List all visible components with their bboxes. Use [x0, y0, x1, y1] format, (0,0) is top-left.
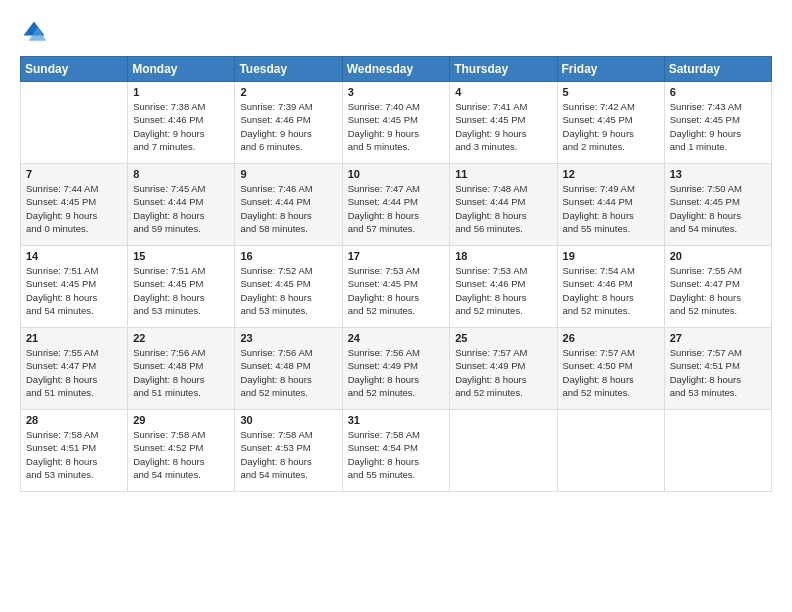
day-info: Sunrise: 7:43 AM Sunset: 4:45 PM Dayligh…	[670, 101, 742, 152]
day-info: Sunrise: 7:58 AM Sunset: 4:52 PM Dayligh…	[133, 429, 205, 480]
calendar-cell: 26Sunrise: 7:57 AM Sunset: 4:50 PM Dayli…	[557, 328, 664, 410]
day-number: 15	[133, 250, 229, 262]
calendar-cell: 29Sunrise: 7:58 AM Sunset: 4:52 PM Dayli…	[128, 410, 235, 492]
day-number: 25	[455, 332, 551, 344]
day-info: Sunrise: 7:58 AM Sunset: 4:54 PM Dayligh…	[348, 429, 420, 480]
day-info: Sunrise: 7:47 AM Sunset: 4:44 PM Dayligh…	[348, 183, 420, 234]
day-info: Sunrise: 7:57 AM Sunset: 4:51 PM Dayligh…	[670, 347, 742, 398]
calendar-cell: 21Sunrise: 7:55 AM Sunset: 4:47 PM Dayli…	[21, 328, 128, 410]
day-info: Sunrise: 7:50 AM Sunset: 4:45 PM Dayligh…	[670, 183, 742, 234]
logo	[20, 18, 52, 46]
day-number: 28	[26, 414, 122, 426]
day-number: 26	[563, 332, 659, 344]
calendar-cell: 19Sunrise: 7:54 AM Sunset: 4:46 PM Dayli…	[557, 246, 664, 328]
weekday-header-tuesday: Tuesday	[235, 57, 342, 82]
calendar-cell: 20Sunrise: 7:55 AM Sunset: 4:47 PM Dayli…	[664, 246, 771, 328]
calendar-cell	[450, 410, 557, 492]
day-number: 6	[670, 86, 766, 98]
day-info: Sunrise: 7:54 AM Sunset: 4:46 PM Dayligh…	[563, 265, 635, 316]
day-number: 23	[240, 332, 336, 344]
calendar-cell: 22Sunrise: 7:56 AM Sunset: 4:48 PM Dayli…	[128, 328, 235, 410]
calendar-cell	[664, 410, 771, 492]
day-number: 9	[240, 168, 336, 180]
day-number: 30	[240, 414, 336, 426]
day-info: Sunrise: 7:52 AM Sunset: 4:45 PM Dayligh…	[240, 265, 312, 316]
day-number: 11	[455, 168, 551, 180]
day-info: Sunrise: 7:48 AM Sunset: 4:44 PM Dayligh…	[455, 183, 527, 234]
day-number: 12	[563, 168, 659, 180]
day-info: Sunrise: 7:45 AM Sunset: 4:44 PM Dayligh…	[133, 183, 205, 234]
calendar-cell: 10Sunrise: 7:47 AM Sunset: 4:44 PM Dayli…	[342, 164, 450, 246]
day-number: 24	[348, 332, 445, 344]
day-number: 8	[133, 168, 229, 180]
calendar-cell: 13Sunrise: 7:50 AM Sunset: 4:45 PM Dayli…	[664, 164, 771, 246]
day-info: Sunrise: 7:56 AM Sunset: 4:49 PM Dayligh…	[348, 347, 420, 398]
day-info: Sunrise: 7:53 AM Sunset: 4:46 PM Dayligh…	[455, 265, 527, 316]
day-number: 16	[240, 250, 336, 262]
day-info: Sunrise: 7:58 AM Sunset: 4:51 PM Dayligh…	[26, 429, 98, 480]
calendar-cell: 27Sunrise: 7:57 AM Sunset: 4:51 PM Dayli…	[664, 328, 771, 410]
day-number: 17	[348, 250, 445, 262]
calendar-cell: 17Sunrise: 7:53 AM Sunset: 4:45 PM Dayli…	[342, 246, 450, 328]
calendar-cell	[21, 82, 128, 164]
day-info: Sunrise: 7:51 AM Sunset: 4:45 PM Dayligh…	[26, 265, 98, 316]
day-info: Sunrise: 7:41 AM Sunset: 4:45 PM Dayligh…	[455, 101, 527, 152]
calendar-cell: 5Sunrise: 7:42 AM Sunset: 4:45 PM Daylig…	[557, 82, 664, 164]
calendar-cell: 23Sunrise: 7:56 AM Sunset: 4:48 PM Dayli…	[235, 328, 342, 410]
calendar-cell: 16Sunrise: 7:52 AM Sunset: 4:45 PM Dayli…	[235, 246, 342, 328]
day-info: Sunrise: 7:39 AM Sunset: 4:46 PM Dayligh…	[240, 101, 312, 152]
calendar-cell: 2Sunrise: 7:39 AM Sunset: 4:46 PM Daylig…	[235, 82, 342, 164]
day-info: Sunrise: 7:55 AM Sunset: 4:47 PM Dayligh…	[670, 265, 742, 316]
calendar-week-1: 1Sunrise: 7:38 AM Sunset: 4:46 PM Daylig…	[21, 82, 772, 164]
calendar-cell: 24Sunrise: 7:56 AM Sunset: 4:49 PM Dayli…	[342, 328, 450, 410]
weekday-header-saturday: Saturday	[664, 57, 771, 82]
calendar-cell: 7Sunrise: 7:44 AM Sunset: 4:45 PM Daylig…	[21, 164, 128, 246]
calendar-cell: 28Sunrise: 7:58 AM Sunset: 4:51 PM Dayli…	[21, 410, 128, 492]
day-number: 18	[455, 250, 551, 262]
day-number: 3	[348, 86, 445, 98]
day-number: 20	[670, 250, 766, 262]
day-info: Sunrise: 7:53 AM Sunset: 4:45 PM Dayligh…	[348, 265, 420, 316]
day-info: Sunrise: 7:58 AM Sunset: 4:53 PM Dayligh…	[240, 429, 312, 480]
day-number: 31	[348, 414, 445, 426]
day-number: 22	[133, 332, 229, 344]
day-info: Sunrise: 7:49 AM Sunset: 4:44 PM Dayligh…	[563, 183, 635, 234]
calendar-cell: 18Sunrise: 7:53 AM Sunset: 4:46 PM Dayli…	[450, 246, 557, 328]
day-number: 7	[26, 168, 122, 180]
day-number: 29	[133, 414, 229, 426]
day-info: Sunrise: 7:51 AM Sunset: 4:45 PM Dayligh…	[133, 265, 205, 316]
calendar-week-2: 7Sunrise: 7:44 AM Sunset: 4:45 PM Daylig…	[21, 164, 772, 246]
day-info: Sunrise: 7:57 AM Sunset: 4:50 PM Dayligh…	[563, 347, 635, 398]
calendar-week-4: 21Sunrise: 7:55 AM Sunset: 4:47 PM Dayli…	[21, 328, 772, 410]
calendar-week-5: 28Sunrise: 7:58 AM Sunset: 4:51 PM Dayli…	[21, 410, 772, 492]
calendar-cell: 11Sunrise: 7:48 AM Sunset: 4:44 PM Dayli…	[450, 164, 557, 246]
header	[20, 18, 772, 46]
calendar-cell: 14Sunrise: 7:51 AM Sunset: 4:45 PM Dayli…	[21, 246, 128, 328]
day-info: Sunrise: 7:55 AM Sunset: 4:47 PM Dayligh…	[26, 347, 98, 398]
calendar-cell: 9Sunrise: 7:46 AM Sunset: 4:44 PM Daylig…	[235, 164, 342, 246]
weekday-header-wednesday: Wednesday	[342, 57, 450, 82]
calendar-cell: 25Sunrise: 7:57 AM Sunset: 4:49 PM Dayli…	[450, 328, 557, 410]
day-number: 13	[670, 168, 766, 180]
day-number: 4	[455, 86, 551, 98]
calendar-cell: 8Sunrise: 7:45 AM Sunset: 4:44 PM Daylig…	[128, 164, 235, 246]
logo-icon	[20, 18, 48, 46]
calendar-table: SundayMondayTuesdayWednesdayThursdayFrid…	[20, 56, 772, 492]
calendar-cell: 15Sunrise: 7:51 AM Sunset: 4:45 PM Dayli…	[128, 246, 235, 328]
day-number: 5	[563, 86, 659, 98]
calendar-week-3: 14Sunrise: 7:51 AM Sunset: 4:45 PM Dayli…	[21, 246, 772, 328]
day-number: 19	[563, 250, 659, 262]
calendar-cell: 3Sunrise: 7:40 AM Sunset: 4:45 PM Daylig…	[342, 82, 450, 164]
calendar-cell: 4Sunrise: 7:41 AM Sunset: 4:45 PM Daylig…	[450, 82, 557, 164]
day-info: Sunrise: 7:56 AM Sunset: 4:48 PM Dayligh…	[133, 347, 205, 398]
weekday-header-monday: Monday	[128, 57, 235, 82]
weekday-header-row: SundayMondayTuesdayWednesdayThursdayFrid…	[21, 57, 772, 82]
calendar-cell: 1Sunrise: 7:38 AM Sunset: 4:46 PM Daylig…	[128, 82, 235, 164]
calendar-cell: 30Sunrise: 7:58 AM Sunset: 4:53 PM Dayli…	[235, 410, 342, 492]
page: SundayMondayTuesdayWednesdayThursdayFrid…	[0, 0, 792, 612]
day-number: 1	[133, 86, 229, 98]
day-number: 27	[670, 332, 766, 344]
day-info: Sunrise: 7:44 AM Sunset: 4:45 PM Dayligh…	[26, 183, 98, 234]
day-info: Sunrise: 7:42 AM Sunset: 4:45 PM Dayligh…	[563, 101, 635, 152]
day-number: 14	[26, 250, 122, 262]
